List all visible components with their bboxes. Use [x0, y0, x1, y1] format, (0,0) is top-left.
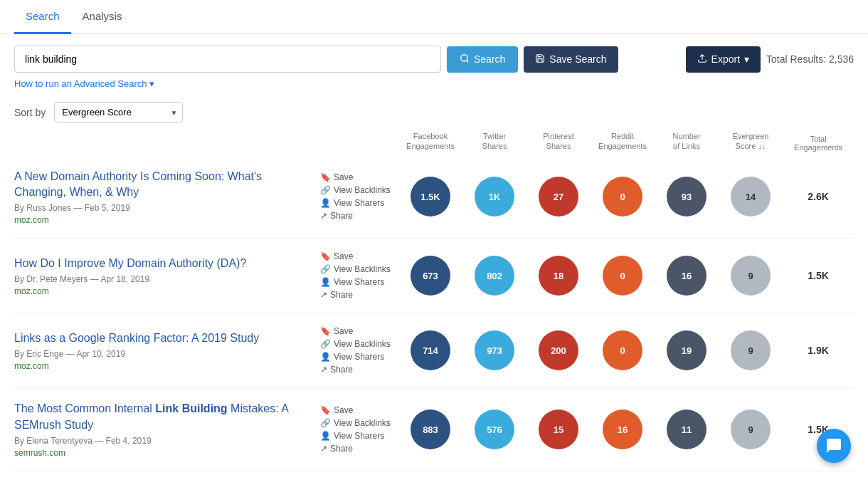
svg-point-0 [461, 54, 467, 61]
advanced-search-link[interactable]: How to run an Advanced Search ▾ [14, 78, 854, 89]
action-backlinks[interactable]: 🔗 View Backlinks [320, 418, 391, 428]
column-headers: FacebookEngagements TwitterShares Pinter… [0, 127, 868, 156]
action-backlinks[interactable]: 🔗 View Backlinks [320, 185, 391, 195]
metric-reddit: 0 [591, 256, 655, 296]
action-share[interactable]: ↗ Share [320, 444, 391, 454]
bookmark-icon: 🔖 [320, 405, 331, 415]
save-search-button[interactable]: Save Search [524, 46, 618, 73]
col-header-pinterest: PinterestShares [526, 131, 591, 152]
person-icon: 👤 [320, 277, 331, 287]
export-button[interactable]: Export ▾ [686, 46, 761, 73]
result-meta: By Russ Jones — Feb 5, 2019 [14, 203, 313, 213]
metric-pinterest: 15 [526, 409, 591, 449]
result-domain[interactable]: semrush.com [14, 448, 313, 458]
search-icon [460, 53, 470, 66]
result-content: Links as a Google Ranking Factor: A 2019… [14, 330, 313, 371]
action-backlinks[interactable]: 🔗 View Backlinks [320, 339, 391, 349]
search-input[interactable] [14, 46, 441, 73]
result-content: The Most Common Internal Link Building M… [14, 401, 313, 458]
col-header-total: TotalEngagements [783, 135, 854, 152]
result-title[interactable]: How Do I Improve My Domain Authority (DA… [14, 256, 313, 271]
metric-twitter: 576 [462, 409, 526, 449]
result-actions: 🔖 Save 🔗 View Backlinks 👤 View Sharers ↗… [313, 326, 398, 375]
result-metrics: 883 576 15 16 11 9 1.5K [398, 409, 854, 449]
person-icon: 👤 [320, 198, 331, 208]
share-icon: ↗ [320, 290, 327, 300]
action-save[interactable]: 🔖 Save [320, 172, 391, 182]
col-header-facebook: FacebookEngagements [398, 131, 462, 152]
action-save[interactable]: 🔖 Save [320, 326, 391, 336]
tab-analysis[interactable]: Analysis [71, 0, 134, 34]
share-icon: ↗ [320, 365, 327, 375]
metric-links: 19 [655, 330, 719, 370]
col-header-evergreen: EvergreenScore ↓ [719, 131, 783, 152]
action-sharers[interactable]: 👤 View Sharers [320, 431, 391, 441]
search-button[interactable]: Search [447, 46, 518, 73]
result-actions: 🔖 Save 🔗 View Backlinks 👤 View Sharers ↗… [313, 405, 398, 454]
action-backlinks[interactable]: 🔗 View Backlinks [320, 264, 391, 274]
sort-select-wrap: Evergreen Score Total Engagements Facebo… [54, 102, 183, 122]
chat-button[interactable] [817, 429, 851, 463]
export-icon [697, 53, 707, 66]
sort-label: Sort by [14, 107, 46, 118]
action-sharers[interactable]: 👤 View Sharers [320, 198, 391, 208]
share-icon: ↗ [320, 211, 327, 221]
metric-facebook: 883 [398, 409, 462, 449]
share-icon: ↗ [320, 444, 327, 454]
result-content: How Do I Improve My Domain Authority (DA… [14, 256, 313, 296]
chain-icon: 🔗 [320, 339, 331, 349]
result-content: A New Domain Authority Is Coming Soon: W… [14, 169, 313, 226]
table-row: How Do I Improve My Domain Authority (DA… [14, 239, 854, 313]
metric-twitter: 973 [462, 330, 526, 370]
action-save[interactable]: 🔖 Save [320, 405, 391, 415]
result-actions: 🔖 Save 🔗 View Backlinks 👤 View Sharers ↗… [313, 251, 398, 300]
action-save[interactable]: 🔖 Save [320, 251, 391, 261]
metric-twitter: 802 [462, 256, 526, 296]
result-metrics: 673 802 18 0 16 9 1.5K [398, 256, 854, 296]
search-row: Search Save Search Export ▾ Total Result… [14, 46, 854, 73]
table-row: Links as a Google Ranking Factor: A 2019… [14, 313, 854, 388]
result-title[interactable]: Links as a Google Ranking Factor: A 2019… [14, 330, 313, 346]
action-sharers[interactable]: 👤 View Sharers [320, 277, 391, 287]
person-icon: 👤 [320, 431, 331, 441]
metric-evergreen: 9 [719, 330, 783, 370]
metric-links: 93 [655, 177, 719, 216]
result-metrics: 1.5K 1K 27 0 93 14 2.6K [398, 177, 854, 216]
metric-total: 1.5K [783, 270, 854, 281]
result-title[interactable]: A New Domain Authority Is Coming Soon: W… [14, 169, 313, 201]
action-share[interactable]: ↗ Share [320, 211, 391, 221]
chat-icon [825, 437, 842, 454]
chain-icon: 🔗 [320, 418, 331, 428]
svg-line-1 [467, 60, 469, 62]
sort-select[interactable]: Evergreen Score Total Engagements Facebo… [54, 102, 183, 122]
result-domain[interactable]: moz.com [14, 215, 313, 225]
metric-reddit: 0 [591, 177, 655, 216]
result-title[interactable]: The Most Common Internal Link Building M… [14, 401, 313, 433]
search-area: Search Save Search Export ▾ Total Result… [0, 34, 868, 95]
save-icon [535, 53, 545, 66]
result-domain[interactable]: moz.com [14, 361, 313, 371]
result-metrics: 714 973 200 0 19 9 1.9K [398, 330, 854, 370]
tab-bar: Search Analysis [0, 0, 868, 34]
metric-reddit: 16 [591, 409, 655, 449]
action-share[interactable]: ↗ Share [320, 365, 391, 375]
metric-total: 1.9K [783, 345, 854, 356]
metric-twitter: 1K [462, 177, 526, 216]
chevron-down-icon: ▾ [744, 53, 749, 65]
action-sharers[interactable]: 👤 View Sharers [320, 352, 391, 362]
metric-facebook: 714 [398, 330, 462, 370]
sort-row: Sort by Evergreen Score Total Engagement… [0, 95, 868, 127]
metric-pinterest: 200 [526, 330, 591, 370]
table-row: The One-Hour Guide to SEO: Link Building… [14, 471, 854, 480]
table-row: The Most Common Internal Link Building M… [14, 388, 854, 471]
action-share[interactable]: ↗ Share [320, 290, 391, 300]
result-domain[interactable]: moz.com [14, 286, 313, 296]
metric-facebook: 673 [398, 256, 462, 296]
result-meta: By Eric Enge — Apr 10, 2019 [14, 349, 313, 359]
metric-evergreen: 9 [719, 409, 783, 449]
results-list: A New Domain Authority Is Coming Soon: W… [0, 156, 868, 480]
bookmark-icon: 🔖 [320, 326, 331, 336]
tab-search[interactable]: Search [14, 0, 71, 34]
metric-reddit: 0 [591, 330, 655, 370]
metric-links: 16 [655, 256, 719, 296]
